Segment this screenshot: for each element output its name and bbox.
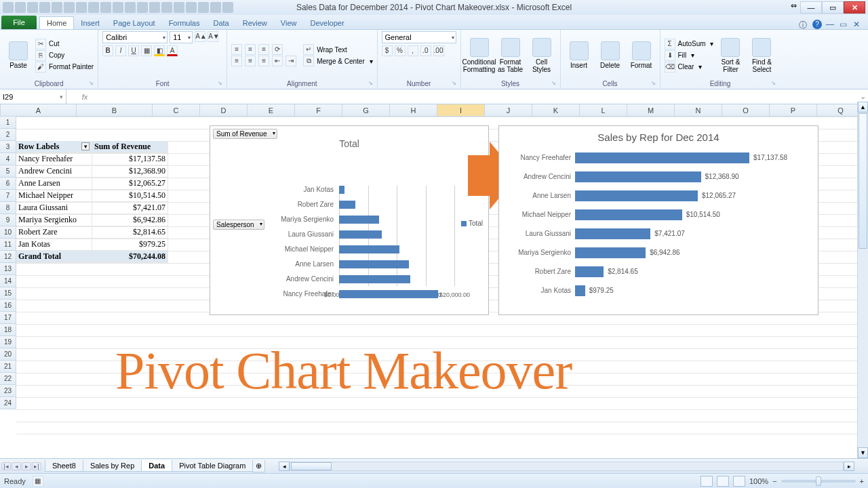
scroll-thumb[interactable]	[859, 113, 867, 249]
page-break-view-button[interactable]	[733, 476, 745, 487]
row-header[interactable]: 6	[0, 178, 16, 190]
qat-icon[interactable]	[174, 2, 184, 13]
row-header[interactable]: 16	[0, 300, 16, 312]
minimize-ribbon-icon[interactable]: ⓘ	[799, 20, 808, 29]
border-button[interactable]: ▦	[141, 45, 152, 56]
qat-icon[interactable]	[186, 2, 197, 13]
zoom-slider[interactable]	[781, 480, 856, 483]
row-header[interactable]: 2	[0, 129, 16, 141]
row-header[interactable]: 1	[0, 117, 16, 129]
fx-icon[interactable]: fx	[80, 93, 90, 101]
qat-icon[interactable]	[125, 2, 136, 13]
column-header[interactable]: I	[437, 104, 485, 116]
qat-icon[interactable]	[137, 2, 148, 13]
number-format-dropdown[interactable]: General	[382, 31, 456, 43]
row-header[interactable]: 3	[0, 141, 16, 153]
redo-icon[interactable]	[39, 2, 50, 13]
column-header[interactable]: G	[342, 104, 390, 116]
cell[interactable]: $12,368.90	[92, 165, 168, 178]
sort-filter-button[interactable]: Sort & Filter	[716, 38, 745, 73]
column-header[interactable]: B	[77, 104, 153, 116]
column-header[interactable]: N	[675, 104, 722, 116]
format-as-table-button[interactable]: Format as Table	[496, 38, 525, 73]
tab-formulas[interactable]: Formulas	[162, 17, 207, 29]
increase-decimal-icon[interactable]: .0	[420, 45, 431, 56]
file-tab[interactable]: File	[1, 16, 37, 29]
orientation-icon[interactable]: ⟳	[272, 44, 283, 55]
column-header[interactable]: A	[1, 104, 77, 116]
decrease-decimal-icon[interactable]: .00	[433, 45, 444, 56]
row-header[interactable]: 5	[0, 165, 16, 178]
row-header[interactable]: 7	[0, 190, 16, 202]
tab-view[interactable]: View	[274, 17, 304, 29]
clear-button[interactable]: ⌫Clear ▾	[665, 62, 714, 73]
close-button[interactable]: ✕	[844, 1, 865, 14]
align-left-icon[interactable]: ≡	[231, 56, 242, 66]
column-header[interactable]: J	[485, 104, 532, 116]
qat-icon[interactable]	[161, 2, 172, 13]
font-name-dropdown[interactable]: Calibri	[102, 31, 167, 43]
align-right-icon[interactable]: ≡	[258, 56, 269, 66]
cell[interactable]: Grand Total	[16, 251, 92, 263]
wrap-text-button[interactable]: ↵Wrap Text	[303, 44, 372, 55]
qat-icon[interactable]	[149, 2, 160, 13]
tab-developer[interactable]: Developer	[303, 17, 351, 29]
cell[interactable]: Michael Neipper	[16, 190, 92, 202]
vertical-scrollbar[interactable]: ▲ ▼	[857, 102, 868, 458]
last-sheet-icon[interactable]: ▸|	[32, 462, 41, 470]
percent-icon[interactable]: %	[395, 45, 406, 56]
undo-icon[interactable]	[27, 2, 38, 13]
cell[interactable]: $17,137.58	[92, 153, 168, 165]
cell[interactable]: Mariya Sergienko	[16, 214, 92, 226]
row-header[interactable]: 13	[0, 263, 16, 275]
font-color-button[interactable]: A	[167, 45, 178, 56]
qat-icon[interactable]	[88, 2, 99, 13]
format-painter-button[interactable]: 🖌Format Painter	[35, 62, 94, 73]
row-header[interactable]: 12	[0, 251, 16, 263]
comma-icon[interactable]: ,	[408, 45, 418, 56]
cell[interactable]: Robert Zare	[16, 226, 92, 239]
tab-page-layout[interactable]: Page Layout	[106, 17, 162, 29]
cell[interactable]: $70,244.08	[92, 251, 168, 263]
scroll-right-button[interactable]: ▸	[844, 462, 854, 471]
qat-icon[interactable]	[100, 2, 111, 13]
column-header[interactable]: E	[248, 104, 295, 116]
row-header[interactable]: 20	[0, 348, 16, 361]
macro-record-icon[interactable]: ▦	[33, 476, 43, 487]
tab-home[interactable]: Home	[39, 16, 74, 29]
qat-icon[interactable]	[52, 2, 62, 13]
align-center-icon[interactable]: ≡	[245, 56, 256, 66]
help-icon[interactable]: ?	[812, 20, 822, 29]
cell[interactable]: Andrew Cencini	[16, 165, 92, 178]
cell[interactable]: $12,065.27	[92, 178, 168, 190]
sheet-tab[interactable]: Sheet8	[45, 460, 83, 472]
cell[interactable]: $2,814.65	[92, 226, 168, 239]
cell[interactable]: Sum of Revenue	[92, 141, 168, 153]
decrease-indent-icon[interactable]: ⇤	[272, 56, 283, 66]
formula-input[interactable]	[92, 89, 857, 104]
scroll-left-button[interactable]: ◂	[279, 462, 290, 471]
scroll-thumb[interactable]	[291, 462, 332, 470]
column-header[interactable]: F	[295, 104, 342, 116]
wb-restore-icon[interactable]: ▭	[840, 20, 849, 29]
prev-sheet-icon[interactable]: ◂	[12, 462, 21, 470]
sheet-tab[interactable]: Pivot Table Diagram	[172, 460, 253, 472]
maximize-button[interactable]: ▭	[822, 1, 844, 14]
row-header[interactable]: 21	[0, 361, 16, 373]
page-layout-view-button[interactable]	[717, 476, 729, 487]
expand-formula-bar-icon[interactable]: ⌄	[857, 92, 868, 101]
insert-button[interactable]: Insert	[565, 41, 593, 69]
scroll-up-button[interactable]: ▲	[858, 102, 868, 113]
row-header[interactable]: 22	[0, 373, 16, 385]
column-header[interactable]: C	[153, 104, 200, 116]
pivot-chart-before[interactable]: Sum of Revenue Salesperson Total $0.00$5…	[210, 125, 489, 315]
cut-button[interactable]: ✂Cut	[35, 39, 94, 49]
fill-color-button[interactable]: ◧	[154, 45, 165, 56]
row-header[interactable]: 17	[0, 312, 16, 324]
cell[interactable]: $7,421.07	[92, 202, 168, 214]
row-header[interactable]: 23	[0, 385, 16, 397]
next-sheet-icon[interactable]: ▸	[22, 462, 31, 470]
column-header[interactable]: L	[580, 104, 627, 116]
sheet-tab[interactable]: Data	[141, 460, 172, 472]
minimize-button[interactable]: —	[800, 1, 822, 14]
